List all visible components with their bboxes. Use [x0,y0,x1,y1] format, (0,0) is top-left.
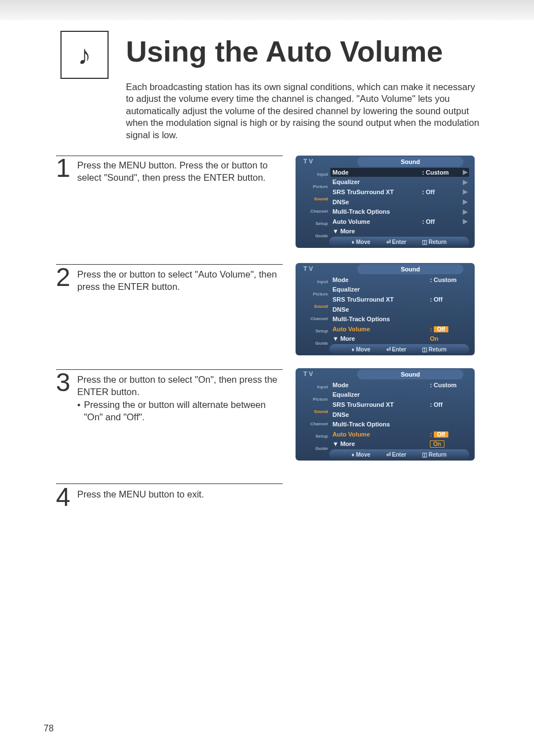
osd-sidebar: Input Picture Sound Channel Setup Guide [299,168,329,245]
osd-row: Multi-Track Options [332,420,469,429]
osd-row-highlighted: Auto Volume: Off [332,430,469,439]
osd-row: Multi-Track Options [332,314,469,323]
osd-content: Mode: Custom Equalizer SRS TruSurround X… [332,381,469,448]
osd-row: SRS TruSurround XT: Off [332,400,469,409]
sidebar-item-picture: Picture [299,393,329,405]
footer-return: ◫ Return [422,452,447,458]
step-body: Press the or button to select "Auto Volu… [77,266,282,293]
osd-row: DNSe [332,305,469,314]
sidebar-item-guide: Guide [299,229,329,242]
sidebar-item-input: Input [299,275,329,288]
osd-row: SRS TruSurround XT: Off▶ [332,187,469,196]
sidebar-item-guide: Guide [299,442,329,454]
page-title: Using the Auto Volume [126,35,443,68]
step-divider [56,156,283,156]
sound-note-icon: ♪ [60,31,109,79]
osd-row-highlighted: Auto Volume: Off [332,325,469,334]
osd-row: DNSe▶ [332,198,469,206]
osd-row: ▼ More [332,227,469,236]
osd-row: Mode: Custom▶ [330,168,469,177]
footer-enter: ⏎ Enter [386,239,406,245]
step-body: Press the or button to select "On", then… [77,371,282,423]
osd-row: Equalizer▶ [332,178,469,187]
osd-tv-label: T V [303,158,313,165]
osd-content: Mode: Custom Equalizer SRS TruSurround X… [332,275,469,343]
osd-row: Mode: Custom [332,381,469,389]
osd-row: Mode: Custom [332,275,469,284]
osd-menu-title: Sound [357,264,463,274]
osd-row: Multi-Track Options▶ [332,207,469,216]
value-off-highlighted: Off [434,326,448,332]
step-4: 4 Press the MENU button to exit. [56,486,282,509]
osd-screenshot-1: T V Sound Input Picture Sound Channel Se… [296,156,475,248]
sidebar-item-picture: Picture [299,180,329,192]
step-body: Press the MENU button to exit. [77,486,282,509]
footer-move: ♦ Move [352,452,370,458]
footer-return: ◫ Return [422,239,447,245]
intro-paragraph: Each broadcasting station has its own si… [126,81,481,141]
page-number: 78 [44,724,54,734]
sidebar-item-sound: Sound [299,405,329,417]
step-divider [56,264,283,265]
footer-return: ◫ Return [422,346,447,353]
osd-screenshot-2: T V Sound Input Picture Sound Channel Se… [296,263,475,355]
step-number: 2 [56,266,77,293]
sidebar-item-sound: Sound [299,192,329,205]
osd-sidebar: Input Picture Sound Channel Setup Guide [299,381,329,457]
sidebar-item-setup: Setup [299,325,329,337]
footer-move: ♦ Move [352,239,370,245]
step-body: Press the MENU button. Press the or butt… [77,157,282,184]
footer-enter: ⏎ Enter [386,346,406,353]
osd-screenshot-3: T V Sound Input Picture Sound Channel Se… [296,368,475,461]
osd-row: Equalizer [332,391,469,400]
step-number: 3 [56,371,77,423]
osd-tv-label: T V [303,265,313,272]
sidebar-item-input: Input [299,168,329,180]
step-divider [56,369,283,370]
sidebar-item-setup: Setup [299,217,329,229]
osd-sidebar: Input Picture Sound Channel Setup Guide [299,275,329,352]
osd-row: SRS TruSurround XT: Off [332,295,469,304]
osd-row: Auto Volume: Off▶ [332,217,469,226]
value-off: Off [434,431,448,438]
step-number: 4 [56,486,77,509]
footer-enter: ⏎ Enter [386,452,406,458]
osd-row: ▼ MoreOn [332,439,469,448]
sidebar-item-guide: Guide [299,337,329,349]
osd-menu-title: Sound [357,369,463,379]
osd-footer: ♦ Move ⏎ Enter ◫ Return [329,237,469,247]
sidebar-item-input: Input [299,381,329,393]
footer-move: ♦ Move [352,346,370,353]
sidebar-item-setup: Setup [299,430,329,442]
page-header-strip [0,0,534,20]
osd-footer: ♦ Move ⏎ Enter ◫ Return [329,449,469,459]
step-1: 1 Press the MENU button. Press the or bu… [56,157,282,184]
value-on: On [430,335,469,342]
osd-row: DNSe [332,410,469,419]
step-divider [56,483,283,484]
osd-row: ▼ MoreOn [332,334,469,343]
osd-content: Mode: Custom▶ Equalizer▶ SRS TruSurround… [332,168,469,236]
value-on-outlined: On [430,440,444,448]
sidebar-item-channel: Channel [299,312,329,325]
step-number: 1 [56,157,77,184]
sidebar-item-picture: Picture [299,288,329,300]
sidebar-item-channel: Channel [299,417,329,430]
osd-menu-title: Sound [357,157,463,167]
sidebar-item-sound: Sound [299,300,329,312]
step-2: 2 Press the or button to select "Auto Vo… [56,266,282,293]
osd-footer: ♦ Move ⏎ Enter ◫ Return [329,344,469,354]
step-3: 3 Press the or button to select "On", th… [56,371,282,423]
osd-tv-label: T V [303,370,313,377]
osd-row: Equalizer [332,285,469,294]
sidebar-item-channel: Channel [299,205,329,217]
